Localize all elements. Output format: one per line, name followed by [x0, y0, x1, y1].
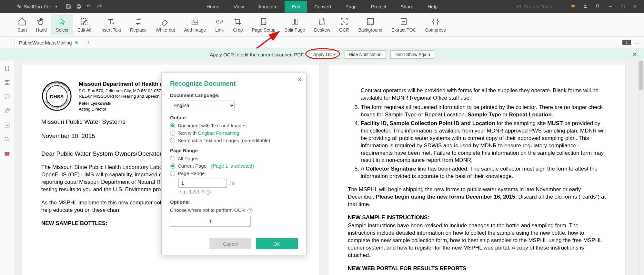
scrollbar-thumb[interactable] — [639, 61, 643, 90]
svg-rect-5 — [621, 5, 624, 8]
menu-help[interactable]: Help — [420, 1, 445, 13]
tool-start[interactable]: Start — [13, 14, 32, 35]
tabs-chevron-icon[interactable]: ︿ — [635, 40, 639, 45]
svg-text:W: W — [5, 123, 8, 127]
document-tab[interactable]: PublicWaterMassMailing — [14, 38, 82, 47]
radio-icon — [170, 138, 175, 143]
tool-whiteout[interactable]: White-out — [151, 14, 179, 35]
ribbon-toolbar: Start Hand Select Edit All +Insert Text … — [0, 13, 644, 37]
apply-ocr-button[interactable]: Apply OCR — [309, 50, 340, 59]
ocr-icon: A — [340, 17, 349, 26]
dialog-title: Recognize Document — [170, 80, 298, 87]
bookmark-icon[interactable] — [4, 65, 10, 72]
ok-button[interactable]: OK — [256, 238, 298, 249]
help-icon[interactable]: ? — [247, 208, 253, 213]
hide-notification-button[interactable]: Hide Notification — [345, 50, 386, 59]
output-option-original[interactable]: Text with Original Formatting — [170, 130, 298, 136]
add-tab-button[interactable]: + — [86, 39, 90, 46]
attachment-icon[interactable] — [4, 108, 10, 114]
radio-icon — [170, 163, 175, 169]
home-icon — [18, 17, 27, 26]
split-page-icon — [290, 17, 299, 26]
radio-icon — [170, 123, 175, 128]
tool-extract-toc[interactable]: Extract TOC — [387, 14, 421, 35]
language-label: Document Language: — [170, 93, 298, 98]
tool-background[interactable]: Background — [354, 14, 387, 35]
page2-intro: Contract operators will be provided with… — [361, 87, 606, 102]
tool-insert-text[interactable]: +Insert Text — [96, 14, 126, 35]
dept-address: P.O. Box 570, Jefferson City, MO 65102-0… — [79, 88, 169, 94]
search-icon[interactable] — [4, 136, 10, 142]
tool-compress[interactable]: Compress — [421, 14, 450, 35]
language-select[interactable]: English — [170, 101, 235, 110]
menu-annotate[interactable]: Annotate — [251, 1, 285, 13]
menu-convert[interactable]: Convert — [307, 1, 338, 13]
close-notification-icon[interactable]: ✕ — [632, 51, 638, 58]
bell-icon[interactable] — [595, 4, 600, 9]
dont-show-again-button[interactable]: Don't Show Again — [390, 50, 434, 59]
cart-icon[interactable] — [570, 4, 576, 9]
comment-icon[interactable] — [4, 93, 10, 100]
range-option-current[interactable]: Current Page(Page 1 is selected) — [170, 163, 298, 169]
tool-edit-all[interactable]: Edit All — [73, 14, 96, 35]
thumbnails-icon[interactable] — [4, 79, 10, 86]
svg-text:+: + — [112, 21, 115, 25]
tool-ocr[interactable]: AOCR — [335, 14, 354, 35]
svg-rect-1 — [78, 5, 80, 6]
output-option-doc[interactable]: Document with Text and Images — [170, 123, 298, 128]
svg-rect-29 — [7, 152, 7, 156]
menu-edit[interactable]: Edit — [285, 1, 307, 13]
output-option-searchable[interactable]: Searchable Text and Images (non-editable… — [170, 138, 298, 143]
main-menu: Home View Annotate Edit Convert Page Pro… — [199, 1, 445, 13]
tool-replace[interactable]: Replace — [126, 14, 151, 35]
print-icon[interactable] — [76, 4, 82, 9]
tool-select[interactable]: Select — [51, 14, 73, 35]
save-icon[interactable] — [65, 4, 71, 9]
search-input[interactable] — [524, 4, 563, 9]
cancel-button[interactable]: Cancel — [209, 238, 251, 249]
deskew-icon — [317, 17, 327, 26]
tool-deskew[interactable]: Deskew — [309, 14, 335, 35]
word-export-icon[interactable]: W — [4, 122, 10, 128]
menu-page[interactable]: Page — [338, 1, 364, 13]
menu-share[interactable]: Share — [393, 1, 420, 13]
help-icon[interactable]: ? — [206, 190, 211, 195]
range-option-all[interactable]: All Pages — [170, 156, 298, 161]
menu-home[interactable]: Home — [199, 1, 226, 13]
add-exclusion-button[interactable]: + — [170, 216, 251, 227]
menu-protect[interactable]: Protect — [364, 1, 394, 13]
tool-add-image[interactable]: Add Image — [179, 14, 210, 35]
dept-heading: Missouri Department of Health and — [79, 81, 169, 88]
hand-icon — [37, 17, 46, 26]
quick-access-toolbar — [65, 4, 102, 9]
app-edition: Pro — [44, 4, 51, 9]
tool-hand[interactable]: Hand — [32, 14, 51, 35]
redo-icon[interactable] — [96, 4, 102, 9]
undo-icon[interactable] — [86, 4, 92, 9]
maximize-icon[interactable] — [620, 4, 625, 9]
menu-view[interactable]: View — [226, 1, 251, 13]
dialog-close-icon[interactable]: ✕ — [297, 77, 302, 83]
close-window-icon[interactable] — [632, 4, 638, 9]
output-label: Output — [170, 115, 298, 120]
left-sidebar: W — [0, 61, 14, 275]
page-total: / 8 — [229, 181, 235, 186]
range-option-range[interactable]: Page Range — [170, 171, 298, 176]
tool-crop[interactable]: Crop — [228, 14, 247, 35]
optional-label: Optional — [170, 199, 298, 205]
page-range-input[interactable] — [178, 179, 227, 188]
optional-text: Choose where not to perform OCR — [170, 207, 245, 213]
app-dropdown-icon[interactable]: ▼ — [55, 5, 58, 8]
tool-split-page[interactable]: Split Page — [280, 14, 310, 35]
search-tools[interactable] — [516, 4, 563, 9]
tab-modified-dot-icon — [75, 41, 78, 44]
tool-link[interactable]: Link — [210, 14, 228, 35]
tool-page-setup[interactable]: Page Setup — [247, 14, 280, 35]
vertical-scrollbar[interactable] — [638, 61, 644, 275]
user-icon[interactable] — [583, 4, 588, 9]
gift-icon[interactable] — [4, 150, 10, 157]
svg-rect-20 — [5, 80, 6, 82]
document-viewport[interactable]: DHSS MISSOURI DEPARTMENT OF HEALTH AND S… — [14, 61, 638, 275]
app-brand: SwifDoo — [24, 4, 42, 9]
minimize-icon[interactable] — [608, 4, 613, 9]
